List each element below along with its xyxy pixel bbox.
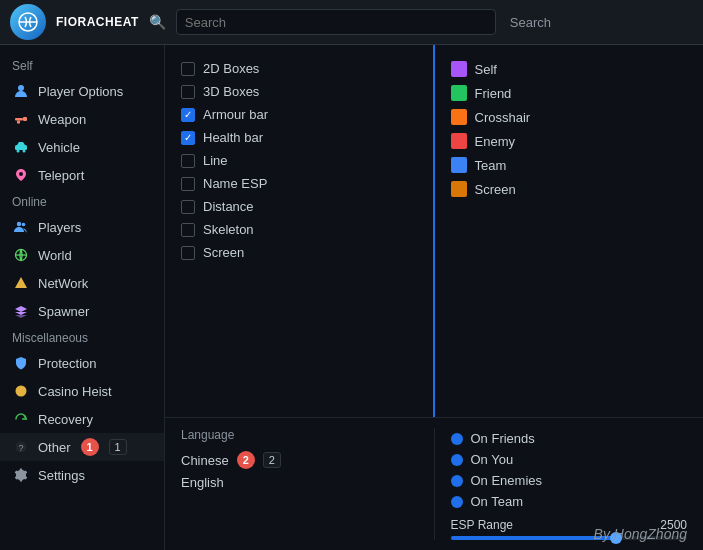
recovery-icon (12, 410, 30, 428)
range-fill (451, 536, 617, 540)
checkbox-label-armour-bar: Armour bar (203, 107, 268, 122)
sidebar-item-teleport[interactable]: Teleport (0, 161, 164, 189)
players-label: Players (38, 220, 81, 235)
color-swatch-team (451, 157, 467, 173)
color-swatch-enemy (451, 133, 467, 149)
sidebar-item-player-options[interactable]: Player Options (0, 77, 164, 105)
checkbox-label-skeleton: Skeleton (203, 222, 254, 237)
lang-badge: 2 (237, 451, 255, 469)
toggle-label-on-you: On You (471, 452, 514, 467)
network-label: NetWork (38, 276, 88, 291)
checkbox-distance[interactable] (181, 200, 195, 214)
app-name: FIORACHEAT (56, 15, 139, 29)
checkbox-name-esp[interactable] (181, 177, 195, 191)
checkbox-item-armour-bar[interactable]: ✓ Armour bar (181, 103, 418, 126)
toggle-label-on-enemies: On Enemies (471, 473, 543, 488)
color-legend-self[interactable]: Self (451, 57, 688, 81)
search-label: Search (510, 15, 551, 30)
sidebar-item-settings[interactable]: Settings (0, 461, 164, 489)
sidebar-item-recovery[interactable]: Recovery (0, 405, 164, 433)
sidebar-item-weapon[interactable]: Weapon (0, 105, 164, 133)
sidebar: Self Player Options Weapon Vehicle Telep… (0, 45, 165, 550)
color-swatch-screen-color (451, 181, 467, 197)
weapon-icon (12, 110, 30, 128)
shield-icon (12, 354, 30, 372)
checkbox-label-3d-boxes: 3D Boxes (203, 84, 259, 99)
checkbox-screen[interactable] (181, 246, 195, 260)
toggle-label-on-friends: On Friends (471, 431, 535, 446)
checkbox-label-screen: Screen (203, 245, 244, 260)
svg-point-15 (16, 386, 27, 397)
checkbox-item-distance[interactable]: Distance (181, 195, 418, 218)
color-legend-team[interactable]: Team (451, 153, 688, 177)
svg-point-9 (19, 172, 23, 176)
sidebar-item-players[interactable]: Players (0, 213, 164, 241)
protection-label: Protection (38, 356, 97, 371)
color-label-friend: Friend (475, 86, 512, 101)
checkbox-item-2d-boxes[interactable]: 2D Boxes (181, 57, 418, 80)
network-icon (12, 274, 30, 292)
language-section: Language Chinese 2 2 English (181, 428, 435, 540)
checkbox-3d-boxes[interactable] (181, 85, 195, 99)
checkbox-armour-bar[interactable]: ✓ (181, 108, 195, 122)
checkbox-2d-boxes[interactable] (181, 62, 195, 76)
sidebar-item-network[interactable]: NetWork (0, 269, 164, 297)
svg-point-18 (20, 392, 22, 394)
svg-point-16 (18, 389, 20, 391)
color-swatch-self (451, 61, 467, 77)
toggle-item-on-friends[interactable]: On Friends (451, 428, 688, 449)
svg-point-8 (23, 150, 26, 153)
checkbox-skeleton[interactable] (181, 223, 195, 237)
color-legend-friend[interactable]: Friend (451, 81, 688, 105)
color-label-self: Self (475, 62, 497, 77)
checkbox-health-bar[interactable]: ✓ (181, 131, 195, 145)
sidebar-item-world[interactable]: World (0, 241, 164, 269)
checkbox-label-name-esp: Name ESP (203, 176, 267, 191)
toggle-item-on-enemies[interactable]: On Enemies (451, 470, 688, 491)
checkbox-item-line[interactable]: Line (181, 149, 418, 172)
lang-chinese[interactable]: Chinese 2 2 (181, 448, 418, 472)
search-input[interactable] (176, 9, 496, 35)
sidebar-item-protection[interactable]: Protection (0, 349, 164, 377)
layers-icon (12, 302, 30, 320)
color-legend-screen-color[interactable]: Screen (451, 177, 688, 201)
group-icon (12, 218, 30, 236)
checkbox-item-health-bar[interactable]: ✓ Health bar (181, 126, 418, 149)
casino-icon (12, 382, 30, 400)
search-icon[interactable]: 🔍 (149, 14, 166, 30)
svg-point-7 (17, 150, 20, 153)
toggle-label-on-team: On Team (471, 494, 524, 509)
svg-rect-4 (23, 117, 27, 121)
sidebar-item-casino-heist[interactable]: Casino Heist (0, 377, 164, 405)
checkbox-item-name-esp[interactable]: Name ESP (181, 172, 418, 195)
toggle-dot-on-you (451, 454, 463, 466)
checkboxes-container: 2D Boxes 3D Boxes ✓ Armour bar ✓ Health … (181, 57, 418, 264)
svg-point-11 (22, 223, 26, 227)
color-legend-col: Self Friend Crosshair Enemy Team Screen (435, 45, 704, 417)
color-legend-container: Self Friend Crosshair Enemy Team Screen (451, 57, 688, 201)
color-legend-enemy[interactable]: Enemy (451, 129, 688, 153)
color-label-team: Team (475, 158, 507, 173)
col-divider (433, 45, 435, 417)
checkbox-line[interactable] (181, 154, 195, 168)
toggle-dot-on-team (451, 496, 463, 508)
casino-heist-label: Casino Heist (38, 384, 112, 399)
lang-badge-num: 2 (263, 452, 281, 468)
topbar: FIORACHEAT 🔍 Search (0, 0, 703, 45)
sidebar-item-spawner[interactable]: Spawner (0, 297, 164, 325)
vehicle-label: Vehicle (38, 140, 80, 155)
svg-rect-5 (17, 121, 20, 124)
color-label-crosshair: Crosshair (475, 110, 531, 125)
checkbox-item-screen[interactable]: Screen (181, 241, 418, 264)
toggle-item-on-you[interactable]: On You (451, 449, 688, 470)
sidebar-item-other[interactable]: ? Other 1 1 (0, 433, 164, 461)
sidebar-item-vehicle[interactable]: Vehicle (0, 133, 164, 161)
lang-english[interactable]: English (181, 472, 418, 493)
checkbox-item-3d-boxes[interactable]: 3D Boxes (181, 80, 418, 103)
checkbox-label-line: Line (203, 153, 228, 168)
checkbox-item-skeleton[interactable]: Skeleton (181, 218, 418, 241)
toggle-item-on-team[interactable]: On Team (451, 491, 688, 512)
color-legend-crosshair[interactable]: Crosshair (451, 105, 688, 129)
toggle-dot-on-enemies (451, 475, 463, 487)
svg-point-17 (22, 389, 24, 391)
